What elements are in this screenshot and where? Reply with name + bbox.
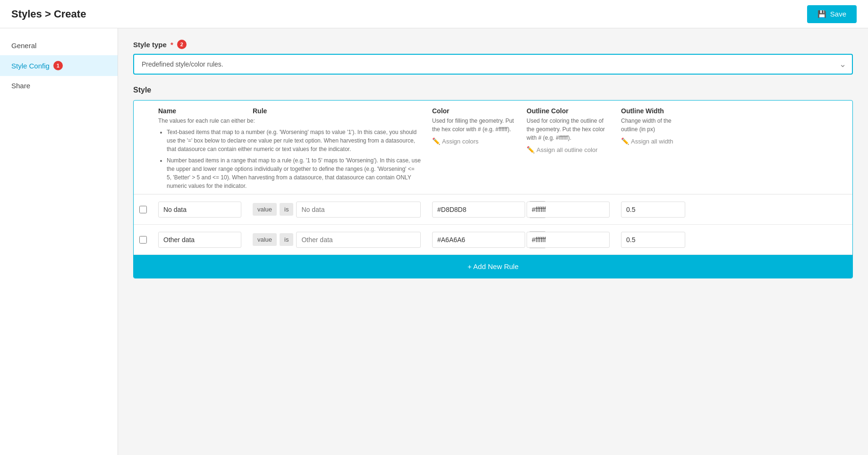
save-button[interactable]: 💾 Save	[807, 5, 857, 23]
row-checkbox-cell-2	[134, 231, 153, 248]
outline-color-input-1[interactable]	[527, 202, 610, 218]
col-header-outline-color: Outline Color	[521, 101, 615, 116]
color-hex-input-2[interactable]	[432, 232, 525, 248]
row-outline-color-cell-2	[521, 227, 615, 253]
assign-colors-link[interactable]: ✏️ Assign colors	[432, 136, 515, 146]
add-new-rule-button[interactable]: + Add New Rule	[134, 255, 852, 278]
rule-description: The values for each rule can either be: …	[153, 116, 426, 194]
table-row: value is	[134, 194, 852, 225]
sidebar-label-share: Share	[11, 82, 30, 90]
row-outline-width-cell-2	[615, 227, 691, 253]
rule-desc-item-1: Text-based items that map to a number (e…	[167, 128, 421, 153]
row-color-cell-1	[426, 196, 521, 223]
pencil-icon-width: ✏️	[621, 136, 629, 146]
row-color-cell-2	[426, 227, 521, 253]
pencil-icon-colors: ✏️	[432, 136, 440, 146]
color-hex-input-1[interactable]	[432, 202, 525, 218]
row-name-cell-2	[153, 227, 247, 253]
sidebar-item-share[interactable]: Share	[0, 76, 118, 95]
col-header-checkbox	[134, 101, 153, 116]
save-icon: 💾	[817, 10, 826, 18]
style-type-select-wrapper: Predefined style/color rules. ⌄	[133, 54, 853, 75]
color-description: Used for filling the geometry. Put the h…	[426, 116, 521, 194]
row-outline-width-cell-1	[615, 197, 691, 222]
row-name-cell-1	[153, 197, 247, 222]
row-checkbox-2[interactable]	[139, 236, 147, 244]
row-checkbox-1[interactable]	[139, 206, 147, 213]
rule-tag-2: value	[253, 233, 277, 246]
style-type-badge: 2	[177, 40, 187, 49]
row-checkbox-cell-1	[134, 201, 153, 218]
col-header-outline-width: Outline Width	[615, 101, 691, 116]
pencil-icon-outline-color: ✏️	[527, 145, 535, 155]
sidebar-badge-style-config: 1	[53, 61, 63, 70]
rule-op-2: is	[280, 233, 293, 246]
outline-width-input-2[interactable]	[621, 232, 685, 248]
rule-op-1: is	[280, 203, 293, 216]
assign-all-width-link[interactable]: ✏️ Assign all width	[621, 136, 685, 146]
outline-width-input-1[interactable]	[621, 202, 685, 218]
row-name-input-1[interactable]	[158, 202, 241, 218]
style-type-label: Style type * 2	[133, 40, 853, 49]
rule-desc-item-2: Number based items in a range that map t…	[167, 156, 421, 190]
col-header-name: Name	[153, 101, 247, 116]
rule-value-input-1[interactable]	[296, 202, 421, 218]
row-outline-color-cell-1	[521, 197, 615, 222]
outline-width-description: Change width of the outline (in px) ✏️ A…	[615, 116, 691, 194]
app-header: Styles > Create 💾 Save	[0, 0, 868, 28]
breadcrumb: Styles > Create	[11, 8, 86, 20]
table-headers: Name Rule Color Outline Color Outline Wi…	[134, 101, 852, 194]
row-rule-cell-2: value is	[247, 227, 426, 253]
col-header-color: Color	[426, 101, 521, 116]
style-section-title: Style	[133, 86, 853, 94]
outline-color-description: Used for coloring the outline of the geo…	[521, 116, 615, 194]
main-layout: General Style Config 1 Share Style type …	[0, 28, 868, 455]
rule-value-input-2[interactable]	[296, 232, 421, 248]
sidebar-label-style-config: Style Config	[11, 62, 50, 70]
outline-color-input-2[interactable]	[527, 232, 610, 248]
sidebar-label-general: General	[11, 42, 36, 50]
sidebar-item-style-config[interactable]: Style Config 1	[0, 55, 118, 76]
main-content: Style type * 2 Predefined style/color ru…	[118, 28, 868, 455]
style-type-section: Style type * 2 Predefined style/color ru…	[133, 40, 853, 75]
style-table: Name Rule Color Outline Color Outline Wi…	[133, 100, 853, 278]
col-header-rule: Rule	[247, 101, 426, 116]
rule-tag-1: value	[253, 203, 277, 216]
row-rule-cell-1: value is	[247, 197, 426, 222]
sidebar: General Style Config 1 Share	[0, 28, 118, 455]
style-type-select[interactable]: Predefined style/color rules.	[133, 54, 853, 75]
row-name-input-2[interactable]	[158, 232, 241, 248]
assign-outline-color-link[interactable]: ✏️ Assign all outline color	[527, 145, 610, 155]
table-row: value is	[134, 225, 852, 255]
sidebar-item-general[interactable]: General	[0, 36, 118, 55]
